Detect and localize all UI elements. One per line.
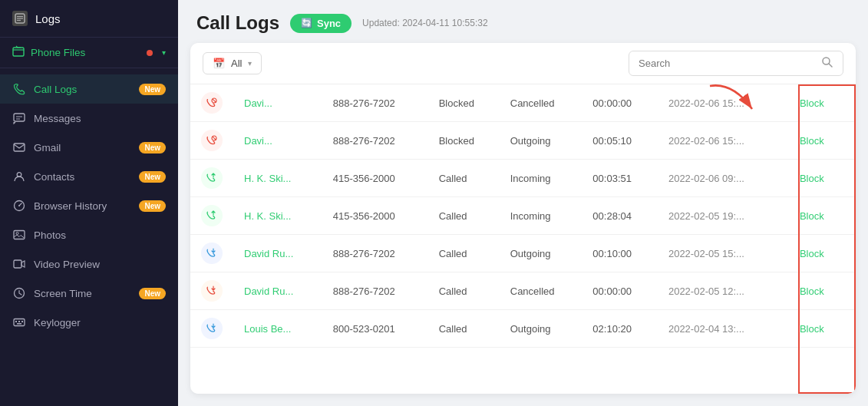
photos-label: Photos <box>34 229 166 241</box>
table-row: David Ru... 888-276-7202 Called Outgoing… <box>190 235 856 272</box>
browser-history-icon <box>12 199 26 213</box>
call-duration: 02:10:20 <box>582 310 658 348</box>
browser-history-badge: New <box>139 200 166 212</box>
keylogger-label: Keylogger <box>34 317 166 328</box>
contact-name: Davi... <box>233 84 322 122</box>
svg-rect-8 <box>14 144 25 151</box>
svg-rect-19 <box>21 321 23 322</box>
call-date: 2022-02-05 19:... <box>658 197 783 235</box>
call-direction: Incoming <box>500 160 583 197</box>
call-status: Blocked <box>428 84 500 122</box>
screen-time-badge: New <box>139 288 166 299</box>
svg-line-27 <box>213 137 216 140</box>
contact-name: David Ru... <box>233 272 322 310</box>
block-action-cell: Block <box>783 160 856 197</box>
call-status: Called <box>428 272 500 310</box>
sidebar-nav: Call Logs New Messages <box>0 68 178 343</box>
screen-time-label: Screen Time <box>34 288 131 299</box>
table-row: Davi... 888-276-7202 Blocked Cancelled 0… <box>190 84 856 122</box>
block-button[interactable]: Block <box>794 320 830 338</box>
contact-name: Louis Be... <box>233 310 322 348</box>
block-button[interactable]: Block <box>794 94 830 112</box>
block-action-cell: Block <box>783 122 856 160</box>
phone-files-dot <box>147 50 153 56</box>
block-action-cell: Block <box>783 310 856 348</box>
filter-dropdown[interactable]: 📅 All ▾ <box>203 52 262 74</box>
gmail-icon <box>12 140 26 154</box>
block-button[interactable]: Block <box>794 282 830 300</box>
phone-files-arrow: ▾ <box>162 48 166 57</box>
call-direction: Outgoing <box>500 310 583 348</box>
sidebar-item-gmail[interactable]: Gmail New <box>0 133 178 162</box>
sidebar-item-photos[interactable]: Photos <box>0 220 178 249</box>
sidebar-item-contacts[interactable]: Contacts New <box>0 162 178 191</box>
svg-point-13 <box>16 233 18 235</box>
outgoing-call-icon <box>201 243 223 264</box>
call-type-cell <box>190 197 233 235</box>
call-status: Blocked <box>428 122 500 160</box>
messages-label: Messages <box>34 113 166 124</box>
sidebar-item-phone-files[interactable]: Phone Files ▾ <box>0 38 178 68</box>
call-status: Called <box>428 310 500 348</box>
logs-icon <box>12 11 28 26</box>
block-action-cell: Block <box>783 84 856 122</box>
video-preview-icon <box>12 257 26 271</box>
call-duration: 00:00:00 <box>582 272 658 310</box>
block-action-cell: Block <box>783 235 856 272</box>
page-title: Call Logs <box>196 12 279 34</box>
call-type-cell <box>190 272 233 310</box>
sidebar-item-messages[interactable]: Messages <box>0 104 178 133</box>
main-header: Call Logs 🔄 Sync Updated: 2024-04-11 10:… <box>178 0 868 43</box>
block-button[interactable]: Block <box>794 132 830 150</box>
svg-line-22 <box>829 64 832 67</box>
blocked-call-icon <box>201 130 223 151</box>
main-content: Call Logs 🔄 Sync Updated: 2024-04-11 10:… <box>178 0 868 406</box>
call-date: 2022-02-06 15:... <box>658 122 783 160</box>
sidebar-item-browser-history[interactable]: Browser History New <box>0 191 178 220</box>
phone-number: 415-356-2000 <box>322 160 428 197</box>
svg-rect-20 <box>17 323 21 325</box>
search-input[interactable] <box>639 58 815 69</box>
block-button[interactable]: Block <box>794 207 830 225</box>
block-button[interactable]: Block <box>794 245 830 262</box>
call-type-cell <box>190 84 233 122</box>
svg-rect-5 <box>14 114 25 121</box>
call-logs-badge: New <box>139 84 166 95</box>
table-row: Davi... 888-276-7202 Blocked Outgoing 00… <box>190 122 856 160</box>
call-date: 2022-02-06 09:... <box>658 160 783 197</box>
sync-icon: 🔄 <box>301 18 312 28</box>
sidebar-item-video-preview[interactable]: Video Preview <box>0 249 178 279</box>
incoming-call-icon <box>201 167 223 189</box>
sidebar-item-keylogger[interactable]: Keylogger <box>0 308 178 337</box>
data-table: Davi... 888-276-7202 Blocked Cancelled 0… <box>190 84 856 394</box>
table-container: 📅 All ▾ <box>190 43 856 394</box>
call-direction: Cancelled <box>500 272 583 310</box>
photos-icon <box>12 228 26 242</box>
svg-rect-12 <box>14 231 25 239</box>
contact-name: Davi... <box>233 122 322 160</box>
sync-label: Sync <box>317 18 341 29</box>
gmail-badge: New <box>139 142 166 153</box>
sidebar-item-call-logs[interactable]: Call Logs New <box>0 74 178 104</box>
block-action-cell: Block <box>783 272 856 310</box>
calendar-icon: 📅 <box>213 58 225 69</box>
sync-button[interactable]: 🔄 Sync <box>290 14 351 33</box>
keylogger-icon <box>12 315 26 329</box>
screen-time-icon <box>12 286 26 300</box>
outgoing-call-icon <box>201 318 223 339</box>
contacts-icon <box>12 170 26 183</box>
filter-selected: All <box>231 58 242 69</box>
updated-timestamp: Updated: 2024-04-11 10:55:32 <box>362 18 487 28</box>
sidebar-item-screen-time[interactable]: Screen Time New <box>0 279 178 308</box>
phone-number: 415-356-2000 <box>322 197 428 235</box>
sidebar: Logs Phone Files ▾ Call Logs New <box>0 0 178 406</box>
block-button[interactable]: Block <box>794 170 830 187</box>
call-direction: Outgoing <box>500 235 583 272</box>
call-logs-label: Call Logs <box>34 84 131 95</box>
contacts-badge: New <box>139 171 166 183</box>
call-type-cell <box>190 122 233 160</box>
call-status: Called <box>428 235 500 272</box>
call-logs-icon <box>12 82 26 96</box>
cancelled-call-icon <box>201 280 223 302</box>
call-date: 2022-02-05 15:... <box>658 235 783 272</box>
